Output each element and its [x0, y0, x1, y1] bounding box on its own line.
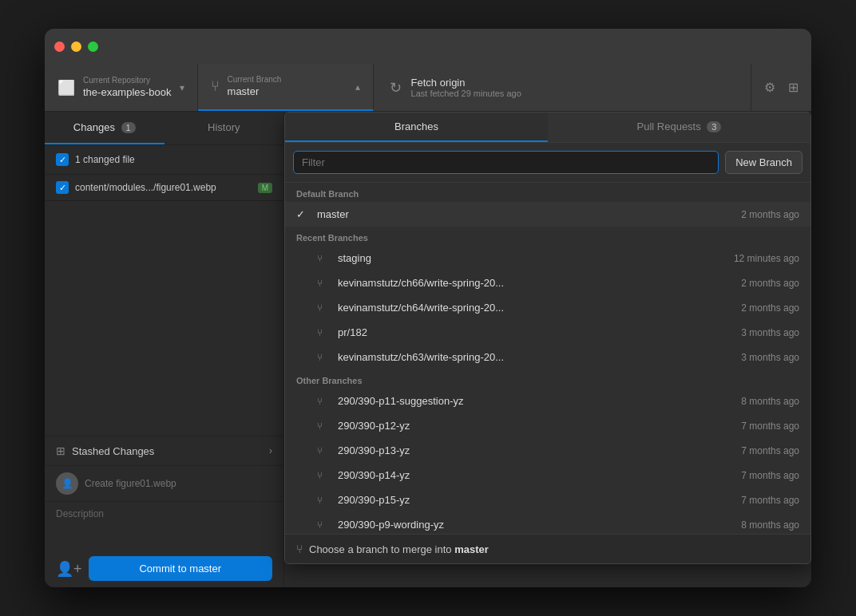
branch-item-pr182[interactable]: ⑂ pr/182 3 months ago [285, 320, 810, 345]
minimize-button[interactable] [71, 41, 81, 52]
dropdown-tabs: Branches Pull Requests 3 [285, 113, 810, 143]
branch-item-ch64[interactable]: ⑂ kevinamstutz/ch64/write-spring-20... 2… [285, 295, 810, 320]
stashed-changes-section[interactable]: ⊞ Stashed Changes › [45, 436, 283, 466]
branch-time-ch66: 2 months ago [741, 278, 799, 289]
new-branch-button[interactable]: New Branch [725, 151, 802, 174]
fetch-sublabel: Last fetched 29 minutes ago [411, 89, 521, 98]
branch-time-staging: 12 minutes ago [734, 253, 799, 264]
branch-icon-p13: ⑂ [317, 445, 330, 456]
branch-time-p12: 7 months ago [741, 421, 799, 432]
repo-label: Current Repository [83, 76, 172, 85]
tab-history[interactable]: History [164, 112, 284, 144]
branch-chevron-icon: ▴ [355, 81, 360, 93]
merge-branch-footer[interactable]: ⑂ Choose a branch to merge into master [285, 534, 810, 563]
other-branches-header: Other Branches [285, 369, 810, 389]
sidebar-bottom: ⊞ Stashed Changes › 👤 Description 👤+ Com… [45, 436, 283, 587]
commit-message-area: 👤 [45, 466, 283, 502]
branch-item-ch66[interactable]: ⑂ kevinamstutz/ch66/write-spring-20... 2… [285, 270, 810, 295]
branch-name-p12: 290/390-p12-yz [338, 420, 733, 432]
branch-time-p9: 8 months ago [741, 519, 799, 531]
recent-branches-header: Recent Branches [285, 227, 810, 246]
branch-name-staging: staging [338, 252, 726, 264]
branch-text: Current Branch master [228, 75, 347, 98]
branch-name-p15: 290/390-p15-yz [338, 494, 733, 506]
branch-item-staging[interactable]: ⑂ staging 12 minutes ago [285, 246, 810, 270]
file-status-badge: M [258, 183, 272, 193]
branch-icon-p15: ⑂ [317, 495, 330, 506]
file-checkbox[interactable]: ✓ [56, 181, 69, 194]
select-all-checkbox[interactable]: ✓ [56, 153, 69, 166]
sidebar-tabs: Changes 1 History [45, 112, 283, 145]
branch-time-p11: 8 months ago [741, 396, 799, 407]
current-branch-button[interactable]: ⑂ Current Branch master ▴ [198, 64, 374, 111]
settings-button[interactable]: ⚙ [761, 77, 779, 98]
add-coauthor-button[interactable]: 👤+ [56, 560, 82, 578]
branch-icon-ch64: ⑂ [317, 302, 330, 314]
fetch-text: Fetch origin Last fetched 29 minutes ago [411, 77, 521, 98]
branch-time-p14: 7 months ago [741, 470, 799, 481]
repo-icon: ⬜ [57, 79, 75, 97]
branch-time-pr182: 3 months ago [741, 327, 799, 338]
main-area: Changes 1 History ✓ 1 changed file ✓ con… [45, 112, 811, 587]
new-panel-button[interactable]: ⊞ [785, 77, 802, 98]
stash-arrow-icon: › [269, 445, 272, 456]
avatar: 👤 [56, 472, 78, 495]
branch-item-ch63[interactable]: ⑂ kevinamstutz/ch63/write-spring-20... 3… [285, 345, 810, 369]
branch-item-p9-wording[interactable]: ⑂ 290/390-p9-wording-yz 8 months ago [285, 512, 810, 534]
repo-text: Current Repository the-examples-book [83, 76, 172, 99]
sidebar-spacer [45, 201, 283, 436]
changed-files-count: 1 changed file [75, 154, 135, 165]
branch-icon-p12: ⑂ [317, 421, 330, 432]
branch-item-p11[interactable]: ⑂ 290/390-p11-suggestion-yz 8 months ago [285, 389, 810, 413]
branch-list: Default Branch ✓ master 2 months ago Rec… [285, 183, 810, 534]
branch-name-p11: 290/390-p11-suggestion-yz [338, 395, 733, 407]
maximize-button[interactable] [88, 41, 98, 52]
branch-icon-p11: ⑂ [317, 396, 330, 407]
file-name: content/modules.../figure01.webp [75, 182, 252, 193]
repo-chevron-icon: ▾ [180, 82, 184, 93]
file-item[interactable]: ✓ content/modules.../figure01.webp M [45, 175, 283, 201]
commit-footer: 👤+ Commit to master [45, 550, 283, 587]
toolbar-right: ⚙ ⊞ [751, 64, 811, 111]
pr-count-badge: 3 [707, 121, 721, 132]
branch-dropdown: Branches Pull Requests 3 New Branch Defa… [284, 112, 811, 564]
close-button[interactable] [54, 41, 65, 52]
branch-item-p12[interactable]: ⑂ 290/390-p12-yz 7 months ago [285, 413, 810, 438]
app-window: ⬜ Current Repository the-examples-book ▾… [45, 29, 811, 587]
content-area: Branches Pull Requests 3 New Branch Defa… [284, 112, 811, 587]
branch-item-p15[interactable]: ⑂ 290/390-p15-yz 7 months ago [285, 488, 810, 512]
branch-label: Current Branch [228, 75, 347, 84]
current-repository-button[interactable]: ⬜ Current Repository the-examples-book ▾ [45, 64, 198, 111]
tab-changes[interactable]: Changes 1 [45, 112, 164, 144]
branch-time-ch64: 2 months ago [741, 302, 799, 314]
branch-icon-p9: ⑂ [317, 519, 330, 531]
commit-summary-input[interactable] [85, 478, 272, 489]
branch-icon-ch63: ⑂ [317, 352, 330, 363]
branch-filter-input[interactable] [293, 151, 719, 174]
commit-description-input[interactable]: Description [45, 502, 283, 550]
tab-pull-requests[interactable]: Pull Requests 3 [548, 113, 810, 142]
changed-files-header: ✓ 1 changed file [45, 145, 283, 175]
stash-icon: ⊞ [56, 444, 65, 457]
branch-time-p13: 7 months ago [741, 445, 799, 456]
branch-icon-ch66: ⑂ [317, 278, 330, 289]
sidebar: Changes 1 History ✓ 1 changed file ✓ con… [45, 112, 284, 587]
branch-icon-pr182: ⑂ [317, 327, 330, 338]
commit-button[interactable]: Commit to master [89, 556, 272, 581]
branch-item-master[interactable]: ✓ master 2 months ago [285, 202, 810, 227]
branch-item-p14[interactable]: ⑂ 290/390-p14-yz 7 months ago [285, 463, 810, 488]
branch-name-p14: 290/390-p14-yz [338, 469, 733, 481]
branch-time-ch63: 3 months ago [741, 352, 799, 363]
branch-icon: ⑂ [211, 78, 220, 95]
stash-label: Stashed Changes [72, 445, 269, 457]
tab-branches[interactable]: Branches [285, 113, 548, 142]
branch-time-master: 2 months ago [741, 209, 799, 220]
titlebar [45, 29, 811, 64]
branch-name-pr182: pr/182 [338, 326, 733, 338]
fetch-label: Fetch origin [411, 77, 521, 89]
fetch-origin-button[interactable]: ↻ Fetch origin Last fetched 29 minutes a… [374, 64, 751, 111]
branch-name: master [228, 85, 260, 97]
branch-name-p9: 290/390-p9-wording-yz [338, 519, 733, 531]
branch-item-p13[interactable]: ⑂ 290/390-p13-yz 7 months ago [285, 438, 810, 463]
branch-time-p15: 7 months ago [741, 495, 799, 506]
